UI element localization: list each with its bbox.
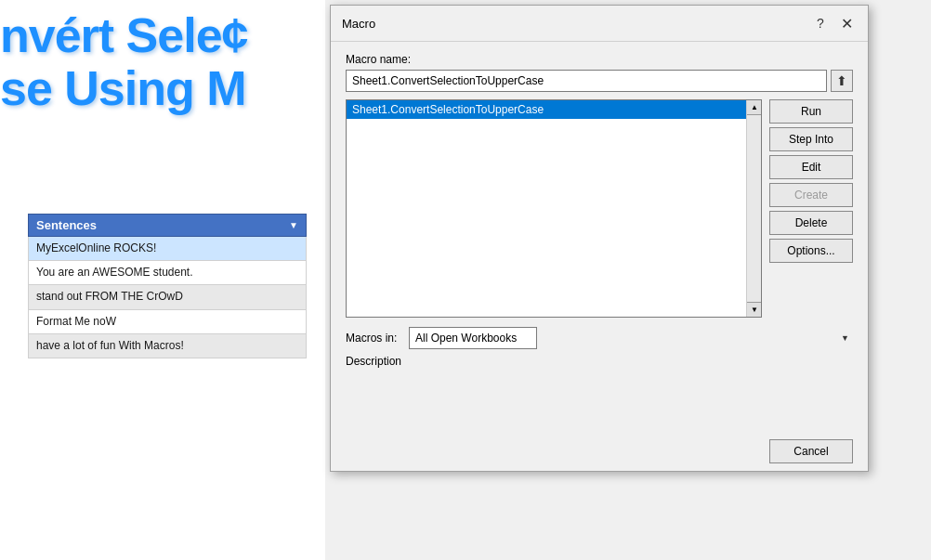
run-button[interactable]: Run [769,99,853,124]
macro-listbox[interactable]: Sheet1.ConvertSelectionToUpperCase ▲ ▼ [346,99,762,318]
buttons-column: Run Step Into Edit Create Delete Options… [769,99,853,318]
cell-value: stand out FROM THE CrOwD [36,290,183,303]
macro-dialog: Macro ? ✕ Macro name: ⬆ Sheet1.ConvertSe… [330,5,869,472]
scroll-up-btn[interactable]: ▲ [747,100,762,115]
bottom-section: Macros in: All Open Workbooks This Workb… [346,327,853,421]
scroll-down-btn[interactable]: ▼ [747,302,762,317]
close-button[interactable]: ✕ [836,13,857,33]
scroll-track [747,115,761,302]
content-area: Sheet1.ConvertSelectionToUpperCase ▲ ▼ R… [346,99,853,318]
column-dropdown-icon[interactable]: ▼ [289,220,298,230]
spreadsheet-area: Sentences ▼ MyExcelOnline ROCKS! You are… [28,214,307,358]
dialog-footer: Cancel [331,432,868,471]
excel-title: nvért Sele¢ se Using M [0,0,325,115]
title-line2: se Using M [0,62,325,115]
macro-name-label: Macro name: [346,53,853,66]
macro-list-container: Sheet1.ConvertSelectionToUpperCase ▲ ▼ [346,99,762,318]
step-into-button[interactable]: Step Into [769,127,853,151]
description-area[interactable] [346,371,853,418]
table-row[interactable]: MyExcelOnline ROCKS! [28,237,307,261]
delete-button[interactable]: Delete [769,211,853,235]
excel-background: nvért Sele¢ se Using M Sentences ▼ MyExc… [0,0,325,560]
title-line1: nvért Sele¢ [0,9,325,62]
macro-name-input[interactable] [346,70,827,92]
macro-name-row: ⬆ [346,70,853,92]
scrollbar[interactable]: ▲ ▼ [746,100,761,317]
header-label: Sentences [36,218,97,232]
macros-in-label: Macros in: [346,332,401,345]
table-row[interactable]: have a lot of fun With Macros! [28,334,307,358]
edit-button[interactable]: Edit [769,155,853,179]
browse-button[interactable]: ⬆ [831,70,853,92]
dialog-controls: ? ✕ [810,13,857,33]
table-row[interactable]: stand out FROM THE CrOwD [28,285,307,309]
dialog-title: Macro [342,17,375,31]
list-item[interactable]: Sheet1.ConvertSelectionToUpperCase [347,100,761,119]
create-button[interactable]: Create [769,183,853,207]
cell-value: have a lot of fun With Macros! [36,339,184,352]
options-button[interactable]: Options... [769,239,853,263]
column-header[interactable]: Sentences ▼ [28,214,307,237]
dialog-body: Macro name: ⬆ Sheet1.ConvertSelectionToU… [331,42,868,432]
macros-in-select-wrapper: All Open Workbooks This Workbook [409,327,853,349]
cell-value: Format Me noW [36,315,116,328]
cell-value: You are an AWESOME student. [36,266,193,279]
table-row[interactable]: You are an AWESOME student. [28,261,307,285]
macros-in-row: Macros in: All Open Workbooks This Workb… [346,327,853,349]
dialog-titlebar: Macro ? ✕ [331,6,868,42]
help-button[interactable]: ? [810,13,831,33]
macros-in-select[interactable]: All Open Workbooks This Workbook [409,327,537,349]
cell-value: MyExcelOnline ROCKS! [36,241,156,254]
cancel-button[interactable]: Cancel [769,439,853,463]
list-item-label: Sheet1.ConvertSelectionToUpperCase [352,103,544,116]
description-label: Description [346,355,853,368]
table-row[interactable]: Format Me noW [28,310,307,334]
